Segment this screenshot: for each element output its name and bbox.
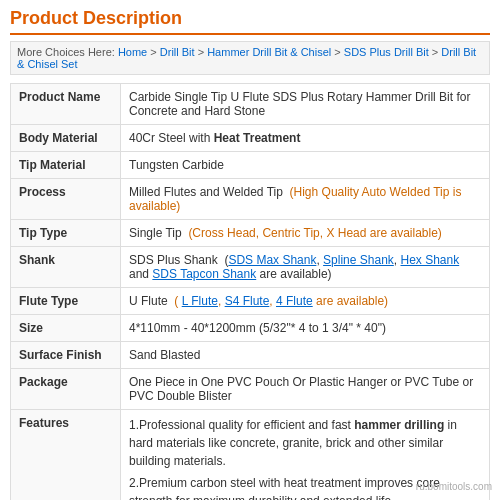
value-package: One Piece in One PVC Pouch Or Plastic Ha… <box>121 369 490 410</box>
section-title: Product Description <box>10 8 490 35</box>
more-choices-label: More Choices Here: <box>17 46 115 58</box>
value-product-name: Carbide Single Tip U Flute SDS Plus Rota… <box>121 84 490 125</box>
row-product-name: Product Name Carbide Single Tip U Flute … <box>11 84 490 125</box>
link-l-flute[interactable]: L Flute <box>182 294 218 308</box>
row-process: Process Milled Flutes and Welded Tip (Hi… <box>11 179 490 220</box>
breadcrumb-sds-plus[interactable]: SDS Plus Drill Bit <box>344 46 429 58</box>
link-4-flute[interactable]: 4 Flute <box>276 294 313 308</box>
row-body-material: Body Material 40Cr Steel with Heat Treat… <box>11 125 490 152</box>
value-shank: SDS Plus Shank (SDS Max Shank, Spline Sh… <box>121 247 490 288</box>
label-surface-finish: Surface Finish <box>11 342 121 369</box>
label-flute-type: Flute Type <box>11 288 121 315</box>
product-table: Product Name Carbide Single Tip U Flute … <box>10 83 490 500</box>
label-tip-type: Tip Type <box>11 220 121 247</box>
breadcrumb-drill-bit[interactable]: Drill Bit <box>160 46 195 58</box>
label-tip-material: Tip Material <box>11 152 121 179</box>
feature-1: 1.Professional quality for efficient and… <box>129 416 481 470</box>
row-size: Size 4*110mm - 40*1200mm (5/32"* 4 to 1 … <box>11 315 490 342</box>
link-sds-max[interactable]: SDS Max Shank <box>228 253 316 267</box>
label-process: Process <box>11 179 121 220</box>
link-tapcon[interactable]: SDS Tapcon Shank <box>152 267 256 281</box>
value-flute-type: U Flute ( L Flute, S4 Flute, 4 Flute are… <box>121 288 490 315</box>
link-spline[interactable]: Spline Shank <box>323 253 394 267</box>
breadcrumb-hammer[interactable]: Hammer Drill Bit & Chisel <box>207 46 331 58</box>
value-surface-finish: Sand Blasted <box>121 342 490 369</box>
more-choices-bar: More Choices Here: Home > Drill Bit > Ha… <box>10 41 490 75</box>
value-size: 4*110mm - 40*1200mm (5/32"* 4 to 1 3/4" … <box>121 315 490 342</box>
row-shank: Shank SDS Plus Shank (SDS Max Shank, Spl… <box>11 247 490 288</box>
value-body-material: 40Cr Steel with Heat Treatment <box>121 125 490 152</box>
row-surface-finish: Surface Finish Sand Blasted <box>11 342 490 369</box>
label-features: Features <box>11 410 121 501</box>
watermark: ru.bomitools.com <box>416 481 492 492</box>
value-tip-material: Tungsten Carbide <box>121 152 490 179</box>
breadcrumb-home[interactable]: Home <box>118 46 147 58</box>
label-shank: Shank <box>11 247 121 288</box>
link-s4-flute[interactable]: S4 Flute <box>225 294 270 308</box>
link-hex[interactable]: Hex Shank <box>400 253 459 267</box>
label-package: Package <box>11 369 121 410</box>
label-product-name: Product Name <box>11 84 121 125</box>
row-tip-material: Tip Material Tungsten Carbide <box>11 152 490 179</box>
label-size: Size <box>11 315 121 342</box>
value-tip-type: Single Tip (Cross Head, Centric Tip, X H… <box>121 220 490 247</box>
row-tip-type: Tip Type Single Tip (Cross Head, Centric… <box>11 220 490 247</box>
row-flute-type: Flute Type U Flute ( L Flute, S4 Flute, … <box>11 288 490 315</box>
value-process: Milled Flutes and Welded Tip (High Quali… <box>121 179 490 220</box>
product-description-section: Product Description More Choices Here: H… <box>0 0 500 500</box>
row-package: Package One Piece in One PVC Pouch Or Pl… <box>11 369 490 410</box>
label-body-material: Body Material <box>11 125 121 152</box>
